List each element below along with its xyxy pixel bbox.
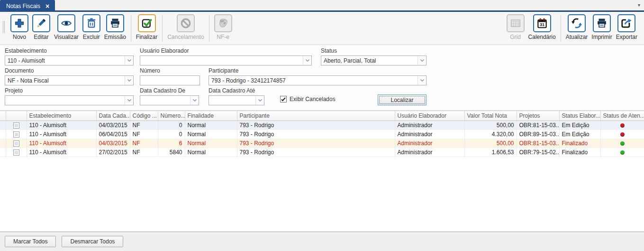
imprimir-button[interactable]: Imprimir [590, 14, 614, 40]
cell-valor-total: 1.606,53 [464, 148, 517, 157]
cell-valor-total: 500,00 [464, 121, 517, 130]
cell-usuario-elaborador: Administrador [395, 139, 464, 148]
toolbar-right-group: Grid 31 Calendário Atualizar Imprimir [505, 14, 639, 42]
participante-select[interactable]: 793 - Rodrigo - 32412174857 [209, 75, 426, 85]
excluir-button[interactable]: Excluir [81, 14, 102, 40]
row-indicator [0, 121, 6, 130]
toolbar-separator [131, 15, 131, 42]
estabelecimento-field: Estabelecimento 110 - Alumisoft [5, 47, 134, 65]
chevron-down-icon[interactable] [125, 96, 133, 105]
column-header[interactable]: Código ... [130, 111, 158, 121]
cell-estabelecimento: 110 - Alumisoft [27, 121, 96, 130]
cell-numero: 0 [158, 121, 185, 130]
printer-icon [106, 14, 124, 32]
chevron-down-icon[interactable] [303, 56, 311, 65]
cell-participante: 793 - Rodrigo [237, 130, 395, 139]
cell-codigo: NF [130, 139, 158, 148]
column-header[interactable]: Número... [158, 111, 185, 121]
chevron-down-icon[interactable] [417, 56, 426, 65]
marcar-todos-button[interactable]: Marcar Todos [5, 236, 56, 247]
column-header[interactable]: Data Cada... [96, 111, 130, 121]
estabelecimento-select[interactable]: 110 - Alumisoft [5, 56, 134, 65]
status-select[interactable]: Aberto, Parcial, Total [321, 56, 426, 65]
exibir-cancelados-label: Exibir Cancelados [290, 96, 336, 102]
toolbar-button-label: Editar [34, 34, 48, 40]
exibir-cancelados-checkbox[interactable]: Exibir Cancelados [280, 96, 336, 102]
column-header[interactable]: Participante [237, 111, 395, 121]
table-row[interactable]: 110 - Alumisoft 04/03/2015 NF 0 Normal 7… [0, 121, 644, 130]
numero-input[interactable] [140, 75, 200, 85]
cell-numero: 6 [158, 139, 185, 148]
column-header[interactable]: Usuário Elaborador [395, 111, 464, 121]
data-cadastro-ate-select[interactable] [209, 95, 264, 105]
column-header[interactable]: Status de Aten... [600, 111, 644, 121]
data-cadastro-de-field: Data Cadastro De [140, 87, 199, 105]
pencil-icon [32, 14, 50, 32]
status-dot [620, 150, 625, 155]
chevron-down-icon[interactable] [255, 96, 264, 105]
cell-estabelecimento: 110 - Alumisoft [27, 130, 96, 139]
chevron-down-icon[interactable] [125, 56, 133, 65]
cell-usuario-elaborador: Administrador [395, 130, 464, 139]
tabbar-overflow-caret-icon[interactable]: ▾ [638, 2, 644, 9]
cell-status-elaboracao: Finalizado [559, 139, 600, 148]
chevron-down-icon[interactable] [190, 96, 199, 105]
usuario-elaborador-select[interactable] [140, 56, 312, 65]
calendario-button[interactable]: 31 Calendário [526, 14, 558, 40]
localizar-label: Localizar [390, 97, 413, 103]
nfe-button: NFe NF-e [212, 14, 234, 40]
cell-data-cadastro: 06/04/2015 [96, 130, 130, 139]
projeto-select[interactable] [5, 95, 134, 105]
chevron-down-icon[interactable] [125, 76, 133, 85]
table-row[interactable]: 110 - Alumisoft 27/02/2015 NF 5840 Norma… [0, 148, 644, 157]
novo-button[interactable]: Novo [9, 14, 30, 40]
emissao-button[interactable]: Emissão [102, 14, 128, 40]
row-indicator [0, 130, 6, 139]
cell-projetos: OBR:81-15-03... [517, 121, 559, 130]
atualizar-button[interactable]: Atualizar [564, 14, 590, 40]
close-icon[interactable]: × [45, 3, 49, 9]
cell-codigo: NF [130, 148, 158, 157]
tab-notas-fiscais[interactable]: Notas Fiscais × [0, 0, 55, 12]
column-header[interactable]: Finalidade [185, 111, 237, 121]
cell-estabelecimento: 110 - Alumisoft [27, 139, 96, 148]
localizar-button[interactable]: Localizar [378, 94, 426, 105]
cell-participante: 793 - Rodrigo [237, 121, 395, 130]
cancelamento-button: Cancelamento [165, 14, 206, 40]
tab-title: Notas Fiscais [6, 3, 40, 9]
column-header[interactable]: Valor Total Nota [464, 111, 517, 121]
checkbox-check-icon[interactable] [280, 96, 287, 102]
row-checkbox[interactable] [13, 122, 19, 129]
row-checkbox[interactable] [13, 131, 19, 138]
toolbar-button-label: Cancelamento [167, 34, 204, 40]
toolbar-grip[interactable] [3, 21, 5, 33]
cell-numero: 0 [158, 130, 185, 139]
tab-bar: Notas Fiscais × ▾ [0, 0, 644, 12]
toolbar-separator [162, 15, 163, 42]
chevron-down-icon[interactable] [417, 76, 426, 85]
visualizar-button[interactable]: Visualizar [52, 14, 81, 40]
documento-select[interactable]: NF - Nota Fiscal [5, 75, 134, 85]
participante-value: 793 - Rodrigo - 32412174857 [209, 77, 417, 84]
data-cadastro-de-select[interactable] [140, 95, 199, 105]
table-row[interactable]: 110 - Alumisoft 06/04/2015 NF 0 Normal 7… [0, 130, 644, 139]
row-checkbox[interactable] [13, 140, 19, 147]
finalizar-button[interactable]: Finalizar [134, 14, 159, 40]
row-checkbox[interactable] [13, 149, 19, 156]
desmarcar-todos-label: Desmarcar Todos [70, 238, 115, 245]
status-dot [620, 132, 625, 137]
cancel-icon [177, 14, 195, 32]
toolbar-button-label: Grid [510, 34, 521, 40]
column-header[interactable]: Status Elabor... [559, 111, 600, 121]
column-header[interactable]: Estabelecimento [27, 111, 96, 121]
results-grid: Estabelecimento Data Cada... Código ... … [0, 111, 644, 232]
documento-value: NF - Nota Fiscal [5, 77, 125, 84]
desmarcar-todos-button[interactable]: Desmarcar Todos [62, 236, 123, 247]
table-row[interactable]: 110 - Alumisoft 04/03/2015 NF 6 Normal 7… [0, 139, 644, 148]
status-field: Status Aberto, Parcial, Total [321, 47, 426, 65]
exportar-button[interactable]: Exportar [614, 14, 639, 40]
column-header[interactable]: Projetos [517, 111, 559, 121]
participante-field: Participante 793 - Rodrigo - 32412174857 [209, 67, 426, 85]
cell-projetos: OBR:89-15-03... [517, 130, 559, 139]
editar-button[interactable]: Editar [30, 14, 52, 40]
